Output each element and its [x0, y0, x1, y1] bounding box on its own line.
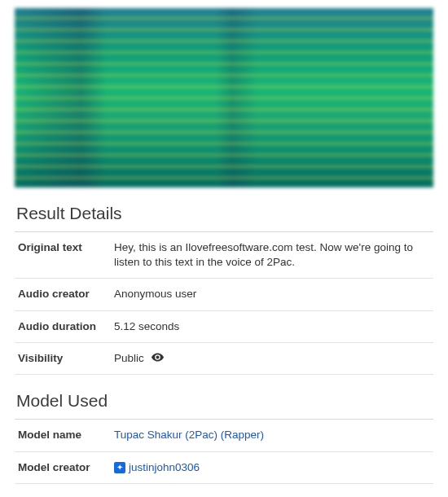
eye-icon	[152, 351, 164, 366]
model-name-value-cell: Tupac Shakur (2Pac) (Rapper)	[111, 420, 433, 451]
audio-creator-label: Audio creator	[15, 279, 111, 310]
table-row: Model name Tupac Shakur (2Pac) (Rapper)	[15, 420, 433, 451]
model-creator-link[interactable]: justinjohn0306	[129, 461, 200, 473]
visibility-label: Visibility	[15, 342, 111, 375]
audio-duration-label: Audio duration	[15, 310, 111, 342]
visibility-value: Public	[114, 352, 144, 364]
user-badge-icon: ✦	[114, 462, 125, 473]
model-creator-value-cell: ✦justinjohn0306	[111, 451, 433, 483]
visibility-value-cell: Public	[111, 342, 433, 375]
model-name-link[interactable]: Tupac Shakur (2Pac) (Rapper)	[114, 429, 264, 441]
audio-duration-value: 5.12 seconds	[111, 310, 433, 342]
table-row: Original text Hey, this is an Ilovefrees…	[15, 232, 433, 279]
table-row: Visibility Public	[15, 342, 433, 375]
details-sections: Result Details Original text Hey, this i…	[0, 187, 448, 490]
original-text-label: Original text	[15, 232, 111, 279]
audio-creator-value: Anonymous user	[111, 279, 433, 310]
model-name-label: Model name	[15, 420, 111, 451]
result-details-table: Original text Hey, this is an Ilovefrees…	[15, 232, 433, 375]
original-text-value: Hey, this is an Ilovefreesoftware.com te…	[111, 232, 433, 279]
table-row: Audio duration 5.12 seconds	[15, 310, 433, 342]
table-row: Audio creator Anonymous user	[15, 279, 433, 310]
model-used-heading: Model Used	[15, 375, 433, 420]
model-used-table: Model name Tupac Shakur (2Pac) (Rapper) …	[15, 420, 433, 483]
result-details-heading: Result Details	[15, 187, 433, 232]
table-row: Model creator ✦justinjohn0306	[15, 451, 433, 483]
spectrogram-image	[15, 8, 433, 187]
model-creator-label: Model creator	[15, 451, 111, 483]
